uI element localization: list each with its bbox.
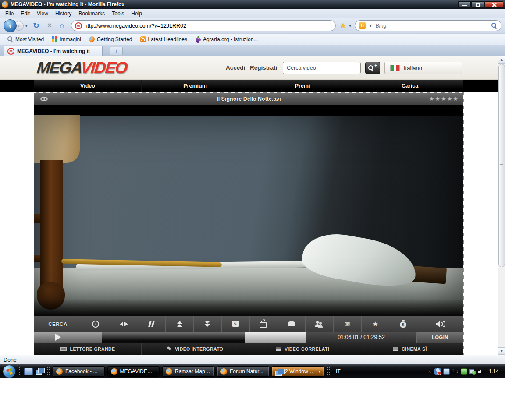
progress-buffered-segment[interactable] [245,332,306,343]
menu-view[interactable]: View [33,10,52,18]
back-button[interactable]: ‹ [4,19,17,32]
search-go-icon[interactable] [491,23,497,28]
window-titlebar[interactable]: MEGAVIDEO - I'm watching it - Mozilla Fi… [0,0,505,9]
advanced-search-button[interactable]: + [365,62,380,74]
megavideo-logo[interactable]: MEGAVIDEO [36,59,128,77]
video-search-input[interactable] [283,62,361,74]
lettore-grande-button[interactable]: LETTORE GRANDE [34,343,141,355]
tray-user-icon[interactable] [434,368,441,375]
earn-money-button[interactable] [389,316,417,332]
volume-down-button[interactable] [193,316,221,332]
time-display: 01:06:01 / 01:29:52 [306,332,416,343]
taskbar-button-facebook[interactable]: Facebook - ... [53,366,105,377]
tray-expand-icon[interactable]: ‹ [428,369,432,374]
player-controls: CERCA [34,316,463,332]
menu-file[interactable]: File [2,10,17,18]
url-input[interactable] [85,23,332,29]
scene-vignette [34,105,463,316]
bookmark-dropdown-icon[interactable]: ▾ [347,24,353,28]
search-engine-dropdown-icon[interactable]: ▾ [368,24,373,28]
progress-played-segment[interactable] [102,332,245,343]
tray-activity-icon[interactable] [452,368,459,375]
menu-help[interactable]: Help [128,10,146,18]
info-button[interactable] [82,316,110,332]
square-icon [393,347,398,351]
registrati-link[interactable]: Registrati [250,64,277,71]
volume-button[interactable] [417,316,463,332]
bookmark-getting-started[interactable]: Getting Started [85,34,136,45]
web-search-box[interactable]: ▾ [355,20,501,31]
tray-volume-icon[interactable] [478,368,485,375]
nav-carica[interactable]: Carica [356,80,463,92]
language-selector[interactable]: Italiano [384,62,462,74]
show-desktop-icon[interactable] [24,368,33,375]
share-button[interactable] [305,316,333,332]
tray-network-icon[interactable] [469,368,476,375]
double-chevron-down-icon [205,321,210,327]
nav-premium[interactable]: Premium [141,80,249,92]
taskbar-button-windows-group[interactable]: 2 Windows ... ▾ [272,366,324,377]
tray-display-icon[interactable] [443,368,450,375]
video-correlati-button[interactable]: VIDEO CORRELATI [249,343,356,355]
video-integrato-button[interactable]: VIDEO INTERGRATO [141,343,249,355]
nav-premi[interactable]: Premi [249,80,356,92]
email-button[interactable] [333,316,361,332]
bookmark-most-visited[interactable]: Most Visited [4,34,48,45]
start-button[interactable] [3,365,16,378]
pause-button[interactable] [138,316,166,332]
menu-tools[interactable]: Tools [108,10,128,18]
snapshot-button[interactable] [221,316,249,332]
taskbar-button-megavideo[interactable]: MEGAVIDEO ... [107,366,160,377]
history-dropdown-icon[interactable]: ▾ [24,24,29,28]
player-progress-row: 01:06:01 / 01:29:52 LOGIN [34,332,463,343]
bookmark-immagini[interactable]: Immagini [48,34,85,45]
minimize-button[interactable] [458,1,471,8]
favorite-button[interactable] [361,316,389,332]
nav-video[interactable]: Video [34,80,141,92]
toolbar-grip[interactable] [18,367,21,376]
cerca-button[interactable]: CERCA [34,316,82,332]
reload-button[interactable]: ↻ [29,21,43,30]
tv-button[interactable] [249,316,277,332]
firefox-icon [56,368,63,375]
tab-megavideo[interactable]: MEGAVIDEO - I'm watching it [4,46,103,56]
rss-icon [140,36,146,42]
restore-button[interactable] [471,1,484,8]
switch-windows-icon[interactable] [36,368,44,375]
search-plus-icon [368,65,374,71]
login-button[interactable]: LOGIN [416,332,463,343]
url-bar[interactable] [71,20,336,31]
scroll-down-button[interactable]: ▼ [498,347,505,355]
taskbar-button-forum[interactable]: Forum Natur... [217,366,269,377]
vertical-scrollbar[interactable]: ▲ ▼ [498,56,505,355]
web-search-input[interactable] [376,23,489,29]
bookmark-agraria[interactable]: Agraria.org - Istruzion... [191,34,262,45]
close-button[interactable] [484,1,503,8]
bookmark-star-icon[interactable] [338,21,347,30]
scrollbar-thumb[interactable] [498,64,505,267]
scroll-up-button[interactable]: ▲ [498,56,505,64]
rating-stars[interactable]: ★★★★★ [429,95,459,102]
stop-button[interactable]: × [43,21,56,30]
tray-power-icon[interactable] [461,368,467,375]
video-search-box[interactable] [283,62,361,74]
taskbar-clock[interactable]: 1.14 [487,368,502,374]
play-button[interactable] [34,332,82,343]
home-button[interactable]: ⌂ [56,21,68,30]
comment-button[interactable] [277,316,305,332]
menu-history[interactable]: History [52,10,75,18]
video-screen[interactable] [34,105,463,316]
toolbar-grip[interactable] [327,367,330,376]
accedi-link[interactable]: Accedi [226,64,245,71]
video-player[interactable]: Il Signore Della Notte.avi ★★★★★ CERC [34,92,464,355]
taskbar-button-ramsar[interactable]: Ramsar Map ... [162,366,214,377]
menu-edit[interactable]: Edit [17,10,33,18]
new-tab-button[interactable]: + [110,47,123,55]
bookmark-latest-headlines[interactable]: Latest Headlines [136,34,191,45]
toolbar-grip[interactable] [47,367,50,376]
volume-up-button[interactable] [165,316,193,332]
language-indicator[interactable]: IT [332,368,344,374]
menu-bookmarks[interactable]: Bookmarks [75,10,108,18]
cinema-si-button[interactable]: CINEMA SÌ [356,343,463,355]
seek-arrows-button[interactable] [110,316,138,332]
